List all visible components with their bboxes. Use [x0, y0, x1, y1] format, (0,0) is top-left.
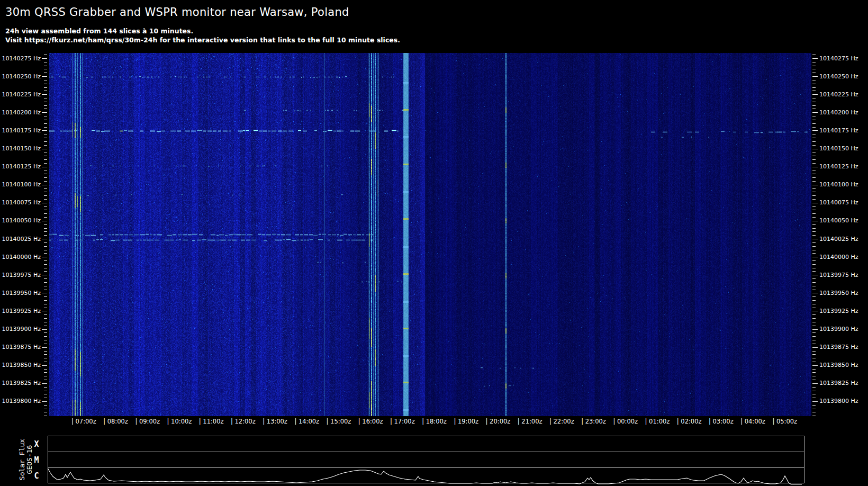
- time-label: | 16:00z: [358, 418, 383, 425]
- freq-major-tick-left: [42, 130, 47, 131]
- freq-minor-tick-right: [812, 66, 816, 66]
- freq-major-tick-right: [812, 203, 818, 203]
- freq-major-tick-right: [812, 383, 818, 384]
- freq-minor-tick-left: [44, 152, 47, 152]
- freq-label-left: 10140025 Hz: [0, 236, 41, 242]
- freq-major-tick-left: [42, 365, 47, 366]
- freq-minor-tick-right: [812, 271, 816, 272]
- freq-major-tick-right: [812, 329, 818, 330]
- freq-minor-tick-right: [812, 387, 816, 388]
- freq-minor-tick-right: [812, 340, 816, 340]
- freq-minor-tick-left: [44, 394, 47, 394]
- freq-minor-tick-left: [44, 206, 47, 207]
- freq-minor-tick-left: [44, 91, 47, 91]
- freq-minor-tick-left: [44, 314, 47, 315]
- freq-major-tick-right: [812, 401, 818, 402]
- freq-minor-tick-right: [812, 398, 816, 398]
- freq-minor-tick-right: [812, 308, 816, 308]
- freq-major-tick-right: [812, 185, 818, 185]
- time-label: | 11:00z: [199, 418, 224, 425]
- freq-minor-tick-left: [44, 290, 47, 290]
- freq-minor-tick-left: [44, 412, 47, 412]
- freq-minor-tick-right: [812, 268, 816, 268]
- freq-major-tick-left: [42, 383, 47, 384]
- freq-major-tick-right: [812, 58, 818, 59]
- freq-label-left: 10139875 Hz: [0, 344, 41, 350]
- freq-minor-tick-right: [812, 91, 816, 91]
- freq-minor-tick-right: [812, 156, 816, 156]
- freq-minor-tick-left: [44, 369, 47, 370]
- freq-minor-tick-left: [44, 300, 47, 301]
- freq-minor-tick-left: [44, 123, 47, 124]
- solar-flux-curve: [48, 468, 802, 484]
- freq-minor-tick-right: [812, 206, 816, 207]
- freq-minor-tick-left: [44, 398, 47, 398]
- flux-band-label-x: X: [31, 439, 42, 449]
- freq-label-right: 10140175 Hz: [819, 127, 858, 134]
- freq-minor-tick-right: [812, 105, 816, 106]
- time-label: | 10:00z: [167, 418, 192, 425]
- freq-minor-tick-right: [812, 314, 816, 315]
- freq-minor-tick-left: [44, 55, 47, 55]
- freq-minor-tick-right: [812, 246, 816, 247]
- freq-minor-tick-right: [812, 80, 816, 80]
- freq-minor-tick-right: [812, 84, 816, 84]
- freq-minor-tick-right: [812, 250, 816, 250]
- freq-minor-tick-right: [812, 391, 816, 391]
- freq-major-tick-left: [42, 221, 47, 221]
- freq-minor-tick-left: [44, 268, 47, 268]
- subtitle-link: Visit https://fkurz.net/ham/qrss/30m-24h…: [5, 36, 400, 44]
- freq-major-tick-right: [812, 275, 818, 275]
- time-label: | 21:00z: [518, 418, 542, 425]
- freq-minor-tick-left: [44, 192, 47, 192]
- freq-minor-tick-left: [44, 282, 47, 283]
- freq-minor-tick-right: [812, 409, 816, 409]
- freq-minor-tick-left: [44, 62, 47, 62]
- freq-major-tick-left: [42, 293, 47, 293]
- time-label: | 07:00z: [71, 418, 96, 425]
- freq-minor-tick-right: [812, 134, 816, 134]
- freq-minor-tick-right: [812, 282, 816, 283]
- freq-minor-tick-left: [44, 231, 47, 232]
- solar-flux-label-line1: Solar Flux: [19, 431, 26, 486]
- freq-label-right: 10140200 Hz: [819, 109, 858, 116]
- freq-label-right: 10140150 Hz: [819, 145, 858, 152]
- freq-minor-tick-left: [44, 336, 47, 337]
- freq-minor-tick-right: [812, 195, 816, 196]
- freq-minor-tick-left: [44, 380, 47, 380]
- freq-minor-tick-right: [812, 188, 816, 189]
- freq-label-left: 10140000 Hz: [0, 254, 41, 260]
- freq-minor-tick-left: [44, 213, 47, 214]
- freq-major-tick-left: [42, 329, 47, 330]
- freq-minor-tick-left: [44, 260, 47, 261]
- freq-minor-tick-right: [812, 181, 816, 182]
- freq-minor-tick-left: [44, 120, 47, 120]
- freq-minor-tick-right: [812, 163, 816, 164]
- freq-minor-tick-left: [44, 296, 47, 297]
- freq-minor-tick-right: [812, 217, 816, 218]
- freq-minor-tick-right: [812, 174, 816, 174]
- freq-minor-tick-left: [44, 271, 47, 272]
- freq-major-tick-left: [42, 347, 47, 348]
- freq-minor-tick-left: [44, 246, 47, 247]
- freq-label-left: 10140075 Hz: [0, 199, 41, 206]
- freq-minor-tick-right: [812, 141, 816, 142]
- freq-minor-tick-right: [812, 170, 816, 170]
- freq-minor-tick-left: [44, 210, 47, 210]
- freq-minor-tick-left: [44, 264, 47, 265]
- freq-minor-tick-right: [812, 62, 816, 62]
- freq-major-tick-left: [42, 311, 47, 311]
- freq-major-tick-right: [812, 130, 818, 131]
- freq-minor-tick-right: [812, 318, 816, 319]
- freq-minor-tick-left: [44, 145, 47, 146]
- freq-minor-tick-left: [44, 141, 47, 142]
- freq-minor-tick-left: [44, 416, 47, 416]
- freq-minor-tick-left: [44, 358, 47, 358]
- freq-minor-tick-left: [44, 391, 47, 391]
- freq-minor-tick-right: [812, 416, 816, 416]
- time-label: | 19:00z: [454, 418, 478, 425]
- time-label: | 22:00z: [549, 418, 574, 425]
- freq-major-tick-right: [812, 365, 818, 366]
- freq-label-right: 10140000 Hz: [819, 254, 858, 260]
- freq-minor-tick-left: [44, 405, 47, 406]
